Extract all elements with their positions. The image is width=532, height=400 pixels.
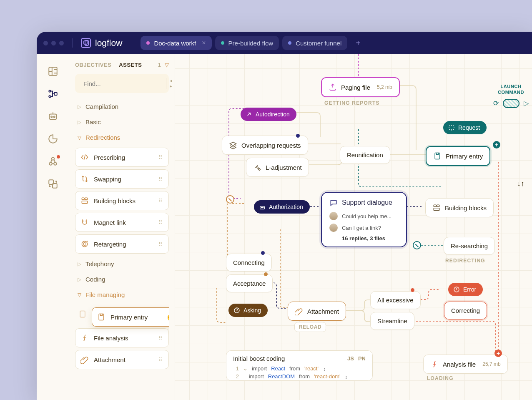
- drag-handle-icon[interactable]: ⠿: [158, 357, 163, 363]
- notification-badge-icon: [56, 154, 61, 159]
- node-researching[interactable]: Re-searching: [444, 237, 495, 255]
- node-all-excessive[interactable]: All excessive: [370, 291, 421, 309]
- svg-rect-15: [82, 201, 87, 204]
- node-overlapping-requests[interactable]: Overlapping requests: [222, 136, 308, 155]
- svg-rect-14: [85, 198, 88, 199]
- node-correcting[interactable]: Correcting: [444, 302, 487, 319]
- traffic-min-icon[interactable]: [51, 41, 56, 45]
- close-icon[interactable]: ×: [202, 39, 206, 47]
- group-compilation[interactable]: ▷Campilation: [75, 99, 169, 114]
- group-telephony[interactable]: ▷Telephony: [75, 256, 169, 272]
- tab-doc-data[interactable]: Doc-data workf ×: [141, 36, 211, 50]
- group-label: File managing: [85, 291, 125, 298]
- rail-swap-icon[interactable]: [48, 179, 58, 189]
- rail-flow-icon[interactable]: [48, 88, 58, 99]
- flow-canvas[interactable]: Paging file 5,2 mb GETTING REPORTS Autod…: [175, 54, 532, 400]
- node-primary-entry[interactable]: Primary entry: [426, 146, 490, 166]
- refresh-icon[interactable]: ⟳: [493, 99, 499, 107]
- node-caption-reload[interactable]: RELOAD: [294, 322, 326, 332]
- tab-label: Doc-data workf: [154, 40, 196, 47]
- pill-request[interactable]: Request: [443, 121, 487, 134]
- pill-autodirection[interactable]: Autodirection: [241, 108, 296, 121]
- node-label: Building blocks: [445, 204, 487, 211]
- node-attachment[interactable]: Attachment: [288, 302, 346, 321]
- drag-handle-icon[interactable]: ⠿: [158, 154, 163, 161]
- node-label: Paging file: [341, 84, 370, 91]
- node-caption: LOADING: [427, 375, 454, 381]
- app-logo[interactable]: logflow: [81, 38, 122, 48]
- rail-analytics-icon[interactable]: [48, 133, 58, 144]
- card-label: Prescribing: [94, 154, 125, 161]
- asset-magnet-link[interactable]: Magnet link⠿: [75, 213, 169, 232]
- drag-handle-icon[interactable]: ⠿: [158, 335, 163, 341]
- tab-customer-funnel[interactable]: Customer funnel: [282, 36, 347, 50]
- svg-point-1: [49, 90, 50, 92]
- card-label: Swapping: [94, 176, 121, 183]
- dialogue-summary: 16 replies, 3 files: [329, 235, 399, 242]
- node-reunification[interactable]: Reunification: [340, 146, 390, 164]
- traffic-close-icon[interactable]: [43, 41, 48, 45]
- asset-primary-entry-dragging[interactable]: Primary entry ⠿ ✊: [92, 307, 169, 327]
- node-support-dialogue[interactable]: Support dialogue Could you help me... Ca…: [321, 192, 407, 247]
- assets-panel: OBJECTIVES ASSETS 1 ▽ ◂ ▸ ▷Campilation ▷…: [69, 54, 175, 400]
- pill-error[interactable]: Error: [448, 283, 483, 296]
- search-input[interactable]: [83, 80, 163, 87]
- lang-js[interactable]: JS: [347, 355, 354, 362]
- asset-retargeting[interactable]: Retargeting⠿: [75, 234, 169, 254]
- rail-board-icon[interactable]: [48, 66, 58, 77]
- node-label: Re-searching: [451, 242, 488, 249]
- asset-prescribing[interactable]: Prescribing⠿: [75, 148, 169, 167]
- tab-prebuilded[interactable]: Pre-builded flow: [215, 36, 279, 50]
- code-line: 2 import ReactDOM from 'react-dom';: [233, 372, 366, 380]
- sort-arrows-icon[interactable]: ↓↑: [517, 179, 524, 188]
- add-tab-button[interactable]: +: [351, 36, 366, 50]
- group-file-managing[interactable]: ▽File managing: [75, 287, 169, 302]
- message-text: Can I get a link?: [342, 225, 381, 231]
- node-streamline[interactable]: Streamline: [370, 312, 414, 330]
- pill-authorization[interactable]: Authorization: [254, 200, 310, 214]
- rail-bot-icon[interactable]: [48, 111, 58, 122]
- asset-attachment[interactable]: Attachment⠿: [75, 350, 169, 369]
- drag-handle-icon[interactable]: ⠿: [158, 219, 163, 226]
- search-nav-arrows[interactable]: ◂ ▸: [166, 78, 172, 89]
- node-l-adjustment[interactable]: L-adjustment: [246, 158, 309, 177]
- card-label: Primary entry: [110, 314, 148, 321]
- app-name: logflow: [95, 38, 122, 48]
- nav-rail: [37, 54, 69, 400]
- asset-building-blocks[interactable]: Building blocks⠿: [75, 191, 169, 210]
- chevron-right-icon: ▷: [78, 104, 81, 110]
- search-box[interactable]: ◂ ▸: [75, 74, 169, 93]
- node-acceptance[interactable]: Acceptance: [226, 274, 273, 292]
- add-connector-button[interactable]: +: [494, 350, 502, 357]
- asset-swapping[interactable]: Swapping⠿: [75, 169, 169, 189]
- tab-assets[interactable]: ASSETS: [119, 62, 142, 68]
- window-controls[interactable]: [43, 41, 64, 45]
- add-connector-button[interactable]: +: [493, 141, 500, 148]
- rail-webhook-icon[interactable]: [48, 156, 58, 167]
- drag-handle-icon[interactable]: ⠿: [158, 241, 163, 247]
- play-button[interactable]: ▷: [524, 99, 529, 107]
- blocks-icon: [80, 196, 89, 205]
- tab-objectives[interactable]: OBJECTIVES: [75, 62, 111, 68]
- drag-handle-icon[interactable]: ⠿: [158, 176, 163, 182]
- group-redirections[interactable]: ▽Redirections: [75, 130, 169, 145]
- node-analysis-file[interactable]: Analysis file25,7 mb: [423, 355, 508, 374]
- asset-file-analysis[interactable]: File analysis⠿: [75, 328, 169, 347]
- node-paging-file[interactable]: Paging file 5,2 mb: [321, 77, 400, 97]
- node-connecting[interactable]: Connecting: [226, 254, 272, 272]
- file-icon: [97, 313, 105, 321]
- lang-pn[interactable]: PN: [358, 355, 366, 362]
- avatar-icon: [329, 224, 338, 232]
- group-basic[interactable]: ▷Basic: [75, 114, 169, 130]
- junction-icon: [226, 195, 234, 204]
- group-coding[interactable]: ▷Coding: [75, 272, 169, 287]
- pill-asking[interactable]: Asking: [228, 304, 268, 317]
- traffic-max-icon[interactable]: [59, 41, 64, 45]
- node-building-blocks[interactable]: Building blocks: [425, 198, 494, 217]
- node-label: Primary entry: [446, 153, 483, 160]
- card-label: Retargeting: [94, 241, 126, 248]
- card-label: Attachment: [94, 356, 125, 363]
- filter-icon[interactable]: ▽: [165, 62, 169, 68]
- drag-handle-icon[interactable]: ⠿: [158, 198, 163, 204]
- node-code-editor[interactable]: Initial boost codingJSPN 1⌄import React …: [226, 350, 373, 381]
